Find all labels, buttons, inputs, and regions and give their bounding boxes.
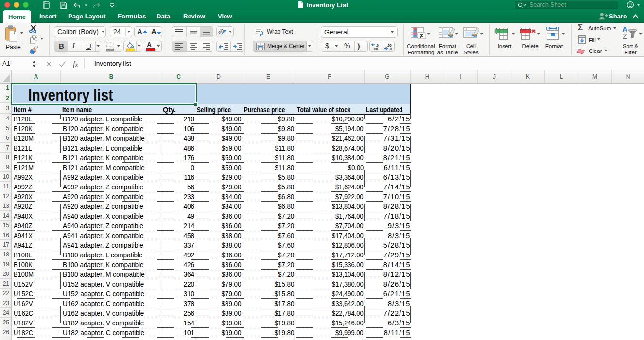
svg-text:.0: .0 (389, 47, 392, 50)
svg-text:.00: .00 (373, 47, 378, 50)
svg-text:.00: .00 (387, 44, 392, 47)
svg-text:.0: .0 (376, 44, 379, 47)
